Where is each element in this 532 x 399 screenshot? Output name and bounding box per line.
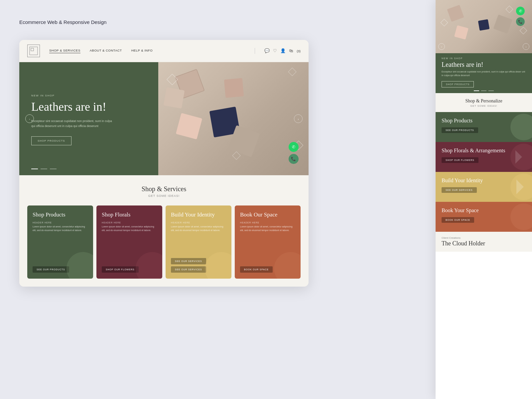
whatsapp-fab[interactable]: ✆ [289, 142, 299, 152]
card-title-identity: Build Your Identity [171, 211, 226, 218]
cart-count: (3) [297, 49, 301, 53]
service-card-space: Book Our Space HEADER HERE Lorem ipsum d… [235, 205, 301, 279]
mobile-dots [474, 90, 494, 91]
card-header-space: HEADER HERE [240, 221, 295, 224]
m-tray-3 [454, 25, 468, 40]
desktop-mockup: SHOP & SERVICES ABOUT & CONTACT HELP & I… [19, 40, 309, 287]
mobile-prev-button[interactable]: ‹ [438, 43, 445, 50]
mobile-card-identity: Build Your Identity SEE OUR SERVICES [436, 172, 532, 202]
cart-icon[interactable]: 🛍 [289, 48, 293, 54]
card-circle-3 [205, 252, 231, 279]
mobile-phone-fab[interactable]: 📞 [516, 17, 525, 26]
hero-text: Excepteur sint occaecat cupidatat non pr… [31, 119, 114, 128]
nav-icons: 💬 ♡ 👤 🛍 (3) [264, 48, 301, 54]
services-subtitle: Get some ideas! [27, 194, 301, 198]
m-tray-1 [447, 5, 464, 22]
card-header-identity: HEADER HERE [171, 221, 226, 224]
services-header: Shop & Services Get some ideas! [27, 185, 301, 198]
mobile-dot-1[interactable] [474, 90, 479, 91]
nav-link-about[interactable]: ABOUT & CONTACT [90, 49, 122, 53]
mobile-client-sub: Client Creations [442, 236, 526, 239]
heart-icon[interactable]: ♡ [273, 48, 277, 54]
mobile-hero-text: Excepteur sint occaecat cupidatat non pr… [442, 70, 526, 77]
card-text-products: Lorem ipsum dolor sit amet, consectetur … [33, 225, 88, 232]
nav-logo[interactable] [27, 45, 40, 57]
card-btn-florals[interactable]: SHOP OUR FLOWERS [102, 266, 139, 273]
hero-next-button[interactable]: › [294, 114, 303, 123]
mobile-cards: Shop Products SEE OUR PRODUCTS Shop Flor… [436, 112, 532, 399]
card-title-florals: Shop Florals [102, 211, 157, 218]
hero-dot-2[interactable] [41, 169, 47, 169]
chat-icon[interactable]: 💬 [264, 48, 270, 54]
mobile-hero-badge: NEW IN SHOP [442, 57, 526, 60]
service-card-florals: Shop Florals HEADER HERE Lorem ipsum dol… [96, 205, 162, 279]
mobile-dot-2[interactable] [481, 90, 486, 91]
hero-image: › ✆ 📞 [158, 62, 309, 175]
mobile-card-florals: Shop Florals & Arrangements SHOP OUR FLO… [436, 142, 532, 172]
nav-link-shop[interactable]: SHOP & SERVICES [49, 49, 80, 53]
diamond-decoration-3 [288, 67, 296, 76]
hero-dots [31, 169, 57, 169]
m-diamond-3 [506, 6, 513, 13]
mobile-personalize: Shop & Personalize GET SOME IDEAS! [436, 93, 532, 112]
mobile-next-button[interactable]: › [523, 43, 529, 50]
card-circle-1 [66, 252, 93, 279]
mobile-hero-content-area: NEW IN SHOP Leathers are in! Excepteur s… [436, 53, 532, 92]
phone-fab[interactable]: 📞 [289, 154, 299, 164]
services-grid: Shop Products HEADER HERE Lorem ipsum do… [27, 205, 301, 279]
mobile-personalize-sub: GET SOME IDEAS! [442, 104, 526, 107]
mobile-card-btn-space[interactable]: BOOK OUR SPACE [442, 217, 474, 223]
nav-link-help[interactable]: HELP & INFO [131, 49, 153, 53]
mobile-card-btn-florals[interactable]: SHOP OUR FLOWERS [442, 157, 478, 163]
mobile-whatsapp-fab[interactable]: ✆ [516, 7, 525, 15]
card-header-products: HEADER HERE [33, 221, 88, 224]
mobile-card-btn-products[interactable]: SEE OUR PRODUCTS [442, 127, 478, 133]
hero-title: Leathers are in! [31, 100, 148, 114]
hero-badge: NEW IN SHOP [31, 94, 148, 97]
mobile-dot-3[interactable] [488, 90, 494, 91]
hero-section: ‹ NEW IN SHOP Leathers are in! Excepteur… [19, 62, 309, 175]
card-btn-identity-1[interactable]: SEE OUR SERVICES [171, 258, 206, 264]
mobile-card-products: Shop Products SEE OUR PRODUCTS [436, 112, 532, 142]
mobile-card-btn-identity[interactable]: SEE OUR SERVICES [442, 187, 477, 193]
hero-dot-1[interactable] [31, 169, 38, 169]
tray-decoration-5 [224, 78, 244, 98]
hero-dot-3[interactable] [50, 169, 57, 169]
mobile-hero-title: Leathers are in! [442, 61, 526, 68]
mobile-hero-btn[interactable]: SHOP PRODUCTS [442, 81, 474, 87]
card-btn-products[interactable]: SEE OUR PRODUCTS [33, 266, 69, 273]
mobile-client-section: Client Creations The Cloud Holder [436, 232, 532, 252]
service-card-products: Shop Products HEADER HERE Lorem ipsum do… [27, 205, 93, 279]
mobile-card-title-identity: Build Your Identity [442, 177, 526, 184]
mobile-mockup: ✆ 📞 NEW IN SHOP Leathers are in! Excepte… [436, 0, 532, 399]
nav-divider [255, 48, 255, 54]
mobile-personalize-title: Shop & Personalize [442, 98, 526, 104]
mobile-client-title: The Cloud Holder [442, 240, 526, 247]
card-text-space: Lorem ipsum dolor sit amet, consectetur … [240, 225, 295, 232]
mobile-card-space: Book Your Space BOOK OUR SPACE [436, 202, 532, 232]
mobile-card-title-space: Book Your Space [442, 207, 526, 213]
m-diamond-2 [520, 27, 527, 35]
card-btn-space[interactable]: BOOK OUR SPACE [240, 266, 273, 273]
page-title: Ecommerce Web & Responsive Design [19, 19, 106, 25]
hero-content: ‹ NEW IN SHOP Leathers are in! Excepteur… [19, 62, 158, 175]
card-circle-2 [136, 252, 162, 279]
m-tray-4 [493, 15, 513, 34]
card-btn-identity-2[interactable]: SEE OUR SERVICES [171, 266, 206, 273]
nav-links: SHOP & SERVICES ABOUT & CONTACT HELP & I… [49, 49, 245, 53]
mobile-card-title-products: Shop Products [442, 117, 526, 124]
hero-prev-button[interactable]: ‹ [25, 114, 34, 123]
card-title-space: Book Our Space [240, 211, 295, 218]
card-title-products: Shop Products [33, 211, 88, 218]
mobile-card-title-florals: Shop Florals & Arrangements [442, 147, 526, 154]
services-section: Shop & Services Get some ideas! Shop Pro… [19, 175, 309, 287]
m-tray-2 [478, 19, 490, 31]
hero-shop-button[interactable]: SHOP PRODUCTS [31, 136, 71, 145]
card-header-florals: HEADER HERE [102, 221, 157, 224]
card-circle-4 [274, 252, 301, 279]
diamond-decoration-1 [167, 74, 178, 85]
user-icon[interactable]: 👤 [280, 48, 286, 54]
tray-decoration-2 [163, 87, 185, 109]
card-text-florals: Lorem ipsum dolor sit amet, consectetur … [102, 225, 157, 232]
m-diamond-1 [441, 19, 448, 27]
